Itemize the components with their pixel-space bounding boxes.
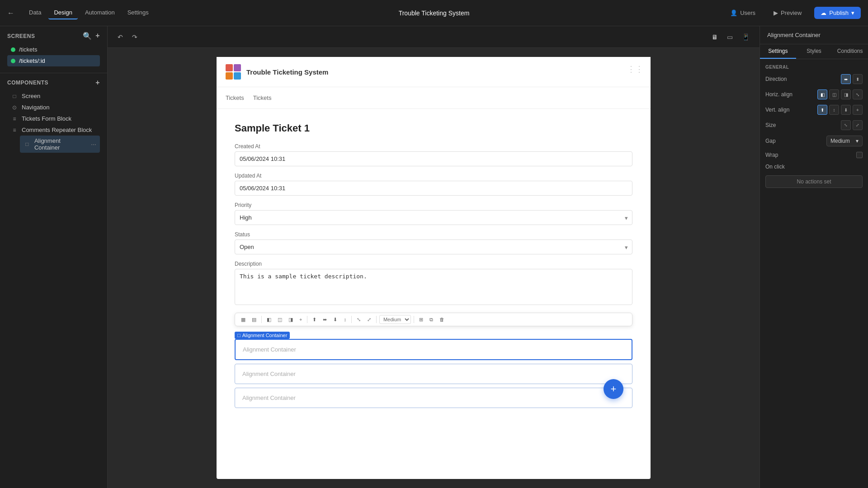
- rs-gap-select[interactable]: Medium ▾: [826, 136, 863, 146]
- undo-button[interactable]: ↶: [115, 32, 126, 42]
- tab-conditions[interactable]: Conditions: [832, 44, 868, 59]
- component-comments-repeater-block[interactable]: ≡ Comments Repeater Block: [7, 124, 100, 136]
- canvas-nav-tickets-1[interactable]: Tickets: [226, 93, 244, 103]
- main-layout: Screens 🔍 + /tickets /tickets/:id Compon…: [0, 26, 868, 488]
- input-updated-at[interactable]: [235, 181, 632, 196]
- components-section: Components + □ Screen ⊙ Navigation ≡ Tic…: [0, 73, 107, 155]
- component-tickets-form-block[interactable]: ≡ Tickets Form Block: [7, 113, 100, 124]
- rs-onclick-button[interactable]: No actions set: [765, 175, 863, 188]
- vert-start-button[interactable]: ⬆: [817, 105, 827, 115]
- tab-automation[interactable]: Automation: [80, 6, 120, 19]
- rs-onclick-row: On click: [765, 164, 863, 170]
- ft-align-right-icon[interactable]: ◨: [286, 315, 295, 324]
- ft-valign-top-icon[interactable]: ⬆: [310, 315, 319, 324]
- ft-delete-icon[interactable]: 🗑: [437, 315, 447, 324]
- ft-valign-center-icon[interactable]: ⬌: [321, 315, 329, 324]
- alignment-container-3-inner: Alignment Container: [235, 388, 632, 408]
- mobile-view-button[interactable]: 📱: [739, 32, 752, 42]
- screen-item-tickets[interactable]: /tickets: [7, 44, 100, 55]
- field-description: Description This is a sample ticket desc…: [235, 261, 632, 306]
- alignment-container-3[interactable]: Alignment Container: [235, 388, 632, 408]
- repeater-icon: ≡: [11, 127, 18, 133]
- tab-styles[interactable]: Styles: [796, 44, 832, 59]
- tablet-view-button[interactable]: ▭: [724, 32, 736, 42]
- canvas-scroll: Trouble Ticketing System ⋮⋮ Tickets Tick…: [108, 48, 760, 488]
- screen-item-tickets-id[interactable]: /tickets/:id: [7, 55, 100, 66]
- horiz-end-button[interactable]: ◨: [841, 89, 851, 99]
- size-grow-button[interactable]: ⤢: [853, 120, 863, 130]
- rs-gap-label: Gap: [765, 138, 776, 144]
- top-nav: ← Data Design Automation Settings Troubl…: [0, 0, 868, 26]
- input-created-at[interactable]: [235, 151, 632, 166]
- rs-wrap-label: Wrap: [765, 152, 778, 158]
- textarea-description[interactable]: This is a sample ticket description.: [235, 269, 632, 305]
- users-button[interactable]: 👤 Users: [725, 7, 761, 19]
- vert-center-button[interactable]: ↕: [829, 105, 839, 115]
- rs-vert-align-control: ⬆ ↕ ⬇ +: [817, 105, 863, 115]
- component-alignment-container[interactable]: □ Alignment Container ···: [20, 136, 100, 153]
- publish-button[interactable]: ☁ Publish ▾: [814, 7, 861, 19]
- priority-select-wrapper: High Medium Low ▾: [235, 210, 632, 225]
- field-created-at: Created At: [235, 143, 632, 166]
- ft-grid-layout-icon[interactable]: ⊞: [417, 315, 425, 324]
- component-screen[interactable]: □ Screen: [7, 90, 100, 102]
- rs-general-label: GENERAL: [765, 65, 863, 70]
- desktop-view-button[interactable]: 🖥: [709, 32, 721, 42]
- screens-header: Screens 🔍 +: [7, 32, 100, 40]
- tab-design[interactable]: Design: [48, 6, 77, 19]
- back-button[interactable]: ←: [7, 9, 14, 17]
- fab-add-button[interactable]: +: [604, 379, 623, 399]
- ft-col-icon[interactable]: ▤: [250, 315, 259, 324]
- rs-direction-control: ⬌ ⬍: [841, 74, 863, 84]
- tab-settings[interactable]: Settings: [122, 6, 154, 19]
- alignment-container-1[interactable]: Alignment Container: [235, 339, 632, 360]
- vert-end-button[interactable]: ⬇: [841, 105, 851, 115]
- direction-row-button[interactable]: ⬌: [841, 74, 851, 84]
- ft-gap-select[interactable]: Medium Small Large: [379, 315, 411, 324]
- tab-data[interactable]: Data: [24, 6, 47, 19]
- ft-valign-bottom-icon[interactable]: ⬇: [331, 315, 340, 324]
- rs-vert-align-row: Vert. align ⬆ ↕ ⬇ +: [765, 105, 863, 115]
- redo-button[interactable]: ↷: [129, 32, 140, 42]
- vert-stretch-button[interactable]: +: [853, 105, 863, 115]
- preview-button[interactable]: ▶ Preview: [768, 7, 807, 19]
- horiz-center-button[interactable]: ◫: [829, 89, 839, 99]
- ft-grid-icon[interactable]: ▦: [239, 315, 248, 324]
- rs-gap-row: Gap Medium ▾: [765, 136, 863, 146]
- ft-divider-5: [414, 316, 414, 323]
- size-shrink-button[interactable]: ⤡: [841, 120, 851, 130]
- canvas-body: Sample Ticket 1 Created At Updated At Pr…: [217, 109, 651, 425]
- direction-col-button[interactable]: ⬍: [853, 74, 863, 84]
- ft-valign-stretch-icon[interactable]: ↕: [341, 315, 349, 324]
- ft-resize-shrink-icon[interactable]: ⤡: [354, 315, 363, 324]
- status-select[interactable]: Open Closed Pending: [235, 239, 632, 254]
- rs-wrap-checkbox[interactable]: [856, 152, 863, 158]
- add-component-button[interactable]: +: [95, 79, 100, 87]
- ft-divider-1: [261, 316, 262, 323]
- ft-align-center-icon[interactable]: ◫: [275, 315, 284, 324]
- canvas-nav: Tickets Tickets: [217, 87, 651, 109]
- alignment-container-2[interactable]: Alignment Container: [235, 364, 632, 384]
- canvas-app-title: Trouble Ticketing System: [246, 68, 328, 76]
- priority-select[interactable]: High Medium Low: [235, 210, 632, 225]
- context-menu-icon[interactable]: ···: [91, 141, 96, 148]
- canvas-nav-tickets-2[interactable]: Tickets: [253, 93, 272, 103]
- chevron-down-icon: ▾: [851, 9, 854, 16]
- horiz-stretch-button[interactable]: ⤡: [853, 89, 863, 99]
- search-icon[interactable]: 🔍: [83, 32, 92, 40]
- field-updated-at: Updated At: [235, 173, 632, 196]
- add-screen-button[interactable]: +: [95, 32, 100, 40]
- alignment-container-1-wrapper: □ Alignment Container Alignment Containe…: [235, 332, 632, 360]
- ft-align-stretch-icon[interactable]: +: [297, 315, 304, 324]
- tab-settings[interactable]: Settings: [760, 44, 796, 59]
- component-navigation[interactable]: ⊙ Navigation: [7, 102, 100, 113]
- logo-square-purple: [234, 64, 241, 71]
- ft-copy-icon[interactable]: ⧉: [427, 315, 435, 324]
- right-sidebar: Alignment Container Settings Styles Cond…: [760, 26, 868, 488]
- horiz-start-button[interactable]: ◧: [817, 89, 827, 99]
- app-logo: [226, 64, 241, 80]
- ft-align-left-icon[interactable]: ◧: [264, 315, 274, 324]
- rs-horiz-align-control: ◧ ◫ ◨ ⤡: [817, 89, 863, 99]
- ft-resize-grow-icon[interactable]: ⤢: [365, 315, 373, 324]
- components-header: Components +: [7, 79, 100, 87]
